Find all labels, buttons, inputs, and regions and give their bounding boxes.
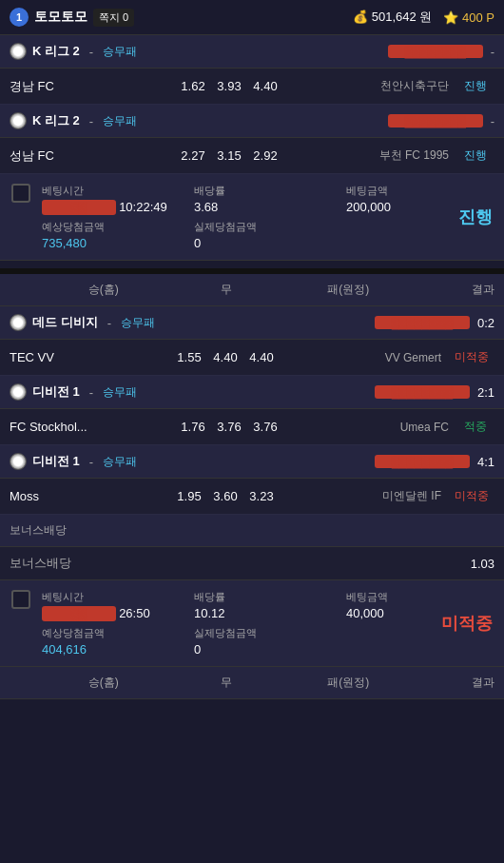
brand-name: 토모토모 [34,9,87,26]
col-header-draw-2: 무 [198,675,255,691]
time-label-2: 베팅시간 [42,590,188,604]
result-s1: 0:2 [477,316,494,330]
match-type-s2: 승무패 [103,384,137,401]
result-s3: 4:1 [477,455,494,469]
match-type-s3: 승무패 [103,454,137,470]
header-right: 💰 501,642 원 ⭐ 400 P [353,9,494,26]
bonus-header: 보너스배당 [0,515,504,547]
soccer-icon-s1 [10,314,27,331]
league-name-s3: 디비전 1 [32,453,80,470]
header-left: 1 토모토모 쪽지 0 [10,8,134,27]
result-1: - [491,45,494,59]
point-amount: ⭐ 400 P [443,10,494,25]
match-row-s2: FC Stockhol... 1.76 3.76 3.76 Umea FC 적중 [0,409,504,445]
time-label-1: 베팅시간 [42,184,188,198]
match-type-1: 승무패 [103,44,137,60]
time-blur-1: ▓▓ [42,200,116,215]
date-blur-2: ▓▓▓▓▓▓▓▓ [388,114,483,127]
odds-home-2: 2.27 [175,148,211,163]
odds-home-s1: 1.55 [171,350,207,364]
checkbox-1[interactable] [11,184,30,203]
odds-draw-s3: 3.60 [207,489,243,503]
date-blur-s1: ▓▓▓▓▓▓▓▓ [375,316,470,329]
bet-info-1: 베팅시간 ▓▓ 10:22:49 배당률 3.68 베팅금액 200,000 예… [0,174,504,261]
league-row-s3: 디비전 1 - 승무패 ▓▓▓▓▓▓▓▓ 4:1 [0,445,504,479]
status-badge-1: 진행 [456,76,494,96]
date-blur-1: ▓▓▓▓▓▓▓▓ [388,45,483,58]
status-badge-s2: 적중 [456,417,494,437]
league-name-2: K 리그 2 [32,112,80,129]
col-header-away: 패(원정) [255,282,443,298]
odds-away-2: 2.92 [247,148,283,163]
tteok-badge: 쪽지 0 [93,9,134,27]
badge-number: 1 [10,8,29,27]
bet-status-large-1: 진행 [458,206,493,228]
status-badge-s1: 미적중 [449,347,494,367]
team-name-s2: FC Stockhol... [10,420,175,434]
odds-draw-s2: 3.76 [211,420,247,434]
odds-away-s2: 3.76 [247,420,283,434]
date-blur-s2: ▓▓▓▓▓▓▓▓ [375,385,470,399]
bet-status-large-2: 미적중 [441,612,493,635]
team-name-1: 경남 FC [10,78,175,95]
top-header: 1 토모토모 쪽지 0 💰 501,642 원 ⭐ 400 P [0,0,504,35]
expected-label-2: 예상당첨금액 [42,626,188,640]
bet-info-2: 베팅시간 ▓▓ 26:50 배당률 10.12 베팅금액 40,000 예상당첨… [0,580,504,667]
col-header-row-2: 승(홈) 무 패(원정) 결과 [0,667,504,699]
section-1: K 리그 2 - 승무패 ▓▓▓▓▓▓▓▓ - 경남 FC 1.62 3.93 … [0,35,504,261]
actual-label-1: 실제당첨금액 [194,220,340,234]
time-blur-2: ▓▓ [42,606,116,621]
opponent-s2: Umea FC [283,421,456,434]
match-type-s1: 승무패 [121,315,155,331]
amount-label-1: 베팅금액 [346,184,493,198]
league-name-s2: 디비전 1 [32,383,80,401]
amount-label-2: 베팅금액 [346,590,493,604]
opponent-2: 부천 FC 1995 [283,147,456,164]
league-name-s1: 데드 디비지 [32,314,98,331]
opponent-s3: 미엔달렌 IF [280,488,449,504]
bonus-value: 1.03 [471,557,494,571]
actual-value-1: 0 [194,236,340,250]
result-2: - [491,114,494,128]
league-row-s2: 디비전 1 - 승무패 ▓▓▓▓▓▓▓▓ 2:1 [0,376,504,409]
odds-home-s3: 1.95 [171,489,207,503]
opponent-1: 천안시축구단 [283,78,456,94]
col-header-draw: 무 [198,282,255,298]
section-2: 승(홈) 무 패(원정) 결과 데드 디비지 - 승무패 ▓▓▓▓▓▓▓▓ 0:… [0,274,504,699]
status-badge-s3: 미적중 [449,486,494,506]
soccer-icon-s2 [10,383,27,401]
odds-home-s2: 1.76 [175,420,211,434]
team-name-s1: TEC VV [10,350,171,364]
match-row-2: 성남 FC 2.27 3.15 2.92 부천 FC 1995 진행 [0,138,504,174]
bonus-label: 보너스배당 [10,555,71,572]
league-row-2: K 리그 2 - 승무패 ▓▓▓▓▓▓▓▓ - [0,105,504,138]
league-row-1: K 리그 2 - 승무패 ▓▓▓▓▓▓▓▓ - [0,35,504,69]
match-row-s1: TEC VV 1.55 4.40 4.40 VV Gemert 미적중 [0,340,504,376]
odds-draw-2: 3.15 [211,148,247,163]
col-header-home-2: 승(홈) [10,675,198,691]
odds-label-1: 배당률 [194,184,340,198]
odds-home-1: 1.62 [175,79,211,93]
col-header-home: 승(홈) [10,282,198,298]
odds-draw-s1: 4.40 [207,350,243,364]
odds-value-1: 3.68 [194,200,340,214]
odds-draw-1: 3.93 [211,79,247,93]
expected-value-2: 404,616 [42,642,188,657]
odds-value-2: 10.12 [194,606,340,620]
checkbox-2[interactable] [11,590,30,609]
team-name-s3: Moss [10,489,171,503]
actual-label-2: 실제당첨금액 [194,626,340,640]
col-header-result-2: 결과 [442,675,494,691]
col-header-row: 승(홈) 무 패(원정) 결과 [0,274,504,306]
odds-away-1: 4.40 [247,79,283,93]
odds-away-s3: 3.23 [243,489,280,503]
col-header-result: 결과 [442,282,494,298]
bonus-header-label: 보너스배당 [10,523,67,537]
date-blur-s3: ▓▓▓▓▓▓▓▓ [375,455,470,468]
team-name-2: 성남 FC [10,147,175,165]
league-name-1: K 리그 2 [32,43,80,60]
soccer-icon [10,43,27,60]
expected-label-1: 예상당첨금액 [42,220,188,234]
expected-value-1: 735,480 [42,236,188,250]
result-s2: 2:1 [477,385,494,400]
